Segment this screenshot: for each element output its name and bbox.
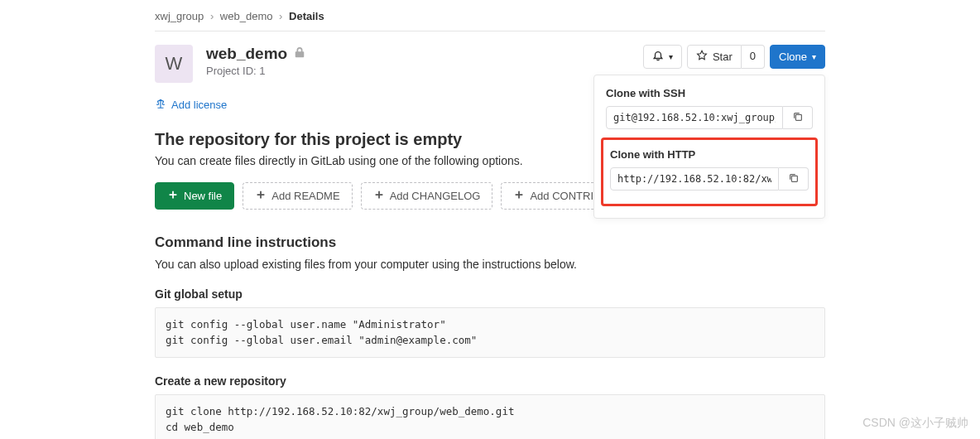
bell-icon [652,50,664,64]
add-license-link[interactable]: Add license [155,98,227,112]
clone-http-input[interactable] [610,167,779,191]
copy-icon [792,111,804,125]
breadcrumb-project[interactable]: web_demo [220,10,273,22]
cli-heading: Command line instructions [155,234,825,251]
clone-label: Clone [779,51,807,63]
add-changelog-button[interactable]: Add CHANGELOG [361,182,493,210]
add-readme-button[interactable]: Add README [243,182,352,210]
copy-icon [788,172,800,186]
notifications-dropdown[interactable]: ▾ [643,45,682,69]
breadcrumb-sep: › [207,10,217,22]
copy-http-button[interactable] [779,167,809,191]
lock-icon [294,48,305,60]
new-file-button[interactable]: New file [155,182,234,210]
copy-ssh-button[interactable] [783,106,813,129]
breadcrumb-group[interactable]: xwj_group [155,10,204,22]
breadcrumb: xwj_group › web_demo › Details [155,7,825,31]
clone-http-highlight: Clone with HTTP [601,137,818,206]
project-avatar: W [155,45,193,83]
plus-icon [167,189,179,203]
star-button[interactable]: Star [687,45,742,69]
clone-ssh-label: Clone with SSH [606,87,813,99]
breadcrumb-sep: › [276,10,286,22]
git-setup-heading: Git global setup [155,287,825,301]
star-label: Star [713,51,733,63]
plus-icon [373,189,385,203]
add-readme-label: Add README [271,190,339,202]
scales-icon [155,98,166,112]
create-repo-heading: Create a new repository [155,374,825,388]
new-file-label: New file [184,190,222,202]
clone-button[interactable]: Clone ▾ [770,45,825,69]
project-id-label: Project ID: 1 [206,65,305,77]
chevron-down-icon: ▾ [669,52,673,61]
watermark: CSDN @这小子贼帅 [862,416,968,431]
clone-http-label: Clone with HTTP [610,148,809,161]
clone-dropdown-panel: Clone with SSH Clone with HTTP [593,75,825,219]
create-repo-code[interactable]: git clone http://192.168.52.10:82/xwj_gr… [155,394,825,439]
git-setup-code[interactable]: git config --global user.name "Administr… [155,307,825,358]
project-title: web_demo [206,45,287,63]
clone-ssh-input[interactable] [606,106,783,129]
chevron-down-icon: ▾ [812,52,816,61]
add-license-label: Add license [171,99,227,111]
svg-rect-0 [795,114,801,120]
star-count: 0 [742,45,765,69]
star-icon [696,50,708,64]
cli-subtext: You can also upload existing files from … [155,258,825,271]
breadcrumb-current: Details [289,10,324,22]
plus-icon [255,189,267,203]
svg-rect-1 [791,176,797,181]
add-changelog-label: Add CHANGELOG [390,190,481,202]
plus-icon [513,189,525,203]
